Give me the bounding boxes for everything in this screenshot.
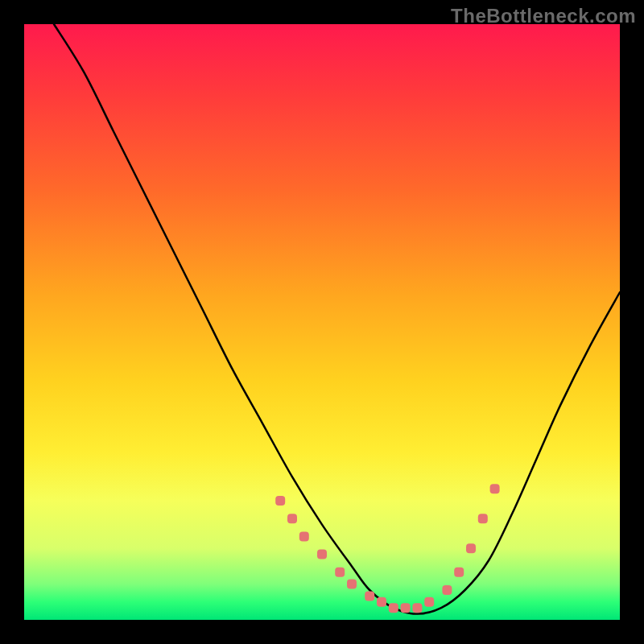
highlight-dot — [478, 514, 488, 523]
highlight-dot — [412, 603, 422, 613]
highlight-dot — [275, 496, 285, 506]
highlight-dot — [424, 597, 434, 607]
highlight-dot — [347, 580, 357, 589]
highlight-dot — [454, 568, 464, 577]
highlight-dot — [389, 603, 398, 613]
highlight-dot — [401, 603, 411, 613]
highlight-dot — [287, 514, 297, 523]
bottleneck-curve — [54, 24, 620, 614]
highlight-dot — [377, 597, 386, 607]
chart-frame: TheBottleneck.com — [0, 0, 644, 644]
highlight-dot — [317, 550, 327, 559]
highlight-dot — [442, 585, 452, 595]
curve-path-group — [54, 24, 620, 614]
highlight-dot — [490, 484, 500, 493]
highlight-dot — [335, 568, 345, 577]
highlight-dot — [466, 543, 476, 553]
plot-area — [24, 24, 620, 620]
highlight-dot — [299, 531, 309, 541]
curve-svg — [24, 24, 620, 620]
highlight-dot — [365, 591, 374, 601]
watermark-text: TheBottleneck.com — [451, 5, 636, 27]
